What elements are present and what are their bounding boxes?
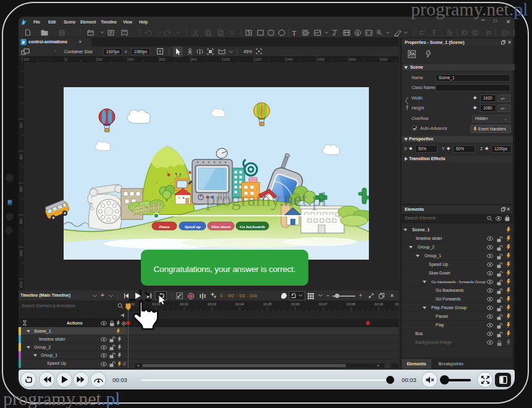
svg-text:00:04: 00:04 bbox=[235, 302, 244, 306]
svg-text:0: 0 bbox=[65, 57, 67, 61]
svg-text:Slow down: Slow down bbox=[211, 224, 230, 229]
svg-text:00:06: 00:06 bbox=[291, 302, 300, 306]
svg-text:Speed up: Speed up bbox=[184, 224, 201, 229]
svg-text:1200: 1200 bbox=[255, 57, 261, 61]
svg-text:200: 200 bbox=[19, 122, 23, 128]
svg-text:1400: 1400 bbox=[286, 57, 293, 61]
svg-text:00:1: 00:1 bbox=[395, 302, 399, 306]
svg-text:1000: 1000 bbox=[223, 57, 230, 61]
svg-text:1800: 1800 bbox=[349, 57, 356, 61]
svg-text:200: 200 bbox=[97, 57, 103, 61]
svg-text:600: 600 bbox=[19, 186, 23, 192]
svg-text:-200: -200 bbox=[23, 57, 29, 61]
svg-text:Go backwards: Go backwards bbox=[240, 224, 265, 229]
svg-text:600: 600 bbox=[160, 57, 166, 61]
svg-text:Pause: Pause bbox=[159, 224, 170, 229]
svg-text:00:09: 00:09 bbox=[374, 302, 383, 306]
svg-text:2000: 2000 bbox=[381, 57, 387, 61]
svg-text:00:03: 00:03 bbox=[208, 302, 216, 306]
svg-text:00:07: 00:07 bbox=[319, 302, 327, 306]
svg-text:S: S bbox=[357, 31, 360, 35]
svg-text:00:05: 00:05 bbox=[263, 302, 272, 306]
svg-text:800: 800 bbox=[19, 218, 23, 224]
svg-text:400: 400 bbox=[19, 154, 23, 159]
svg-text:1600: 1600 bbox=[318, 57, 324, 61]
svg-text:400: 400 bbox=[129, 57, 134, 61]
svg-text:800: 800 bbox=[192, 57, 197, 61]
svg-text:00:08: 00:08 bbox=[347, 302, 355, 306]
svg-text:1200: 1200 bbox=[19, 281, 23, 288]
svg-text:1000: 1000 bbox=[19, 250, 23, 257]
svg-text:T: T bbox=[292, 30, 296, 36]
